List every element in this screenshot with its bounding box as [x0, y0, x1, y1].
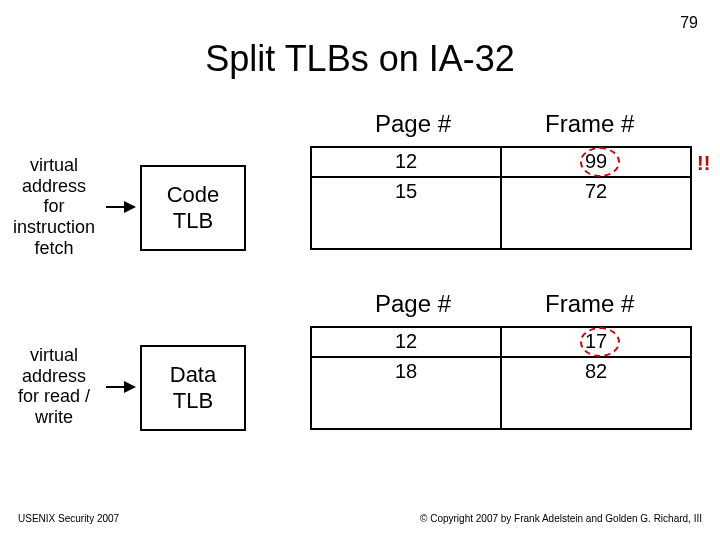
cell-page: 15	[311, 177, 501, 249]
slide-number: 79	[680, 14, 698, 32]
page-title: Split TLBs on IA-32	[0, 38, 720, 80]
arrow-icon	[106, 206, 134, 208]
table-row: 12 17	[311, 327, 691, 357]
cell-page: 18	[311, 357, 501, 429]
label-data-tlb: virtualaddressfor read /write	[4, 345, 104, 428]
header-page-lower: Page #	[375, 290, 451, 318]
footer-left: USENIX Security 2007	[18, 513, 119, 524]
table-data-tlb: 12 17 18 82	[310, 326, 692, 430]
cell-frame: 82	[501, 357, 691, 429]
header-frame-lower: Frame #	[545, 290, 634, 318]
bang-marker: !!	[697, 152, 710, 175]
label-code-tlb: virtualaddressforinstructionfetch	[4, 155, 104, 258]
cell-page: 12	[311, 327, 501, 357]
table-row: 18 82	[311, 357, 691, 429]
highlight-circle-icon	[580, 327, 620, 357]
table-row: 12 99	[311, 147, 691, 177]
box-data-tlb: DataTLB	[140, 345, 246, 431]
header-frame-upper: Frame #	[545, 110, 634, 138]
arrow-icon	[106, 386, 134, 388]
box-code-tlb: CodeTLB	[140, 165, 246, 251]
footer-right: © Copyright 2007 by Frank Adelstein and …	[420, 513, 702, 524]
highlight-circle-icon	[580, 147, 620, 177]
header-page-upper: Page #	[375, 110, 451, 138]
cell-frame: 72	[501, 177, 691, 249]
table-code-tlb: 12 99 15 72	[310, 146, 692, 250]
cell-page: 12	[311, 147, 501, 177]
table-row: 15 72	[311, 177, 691, 249]
